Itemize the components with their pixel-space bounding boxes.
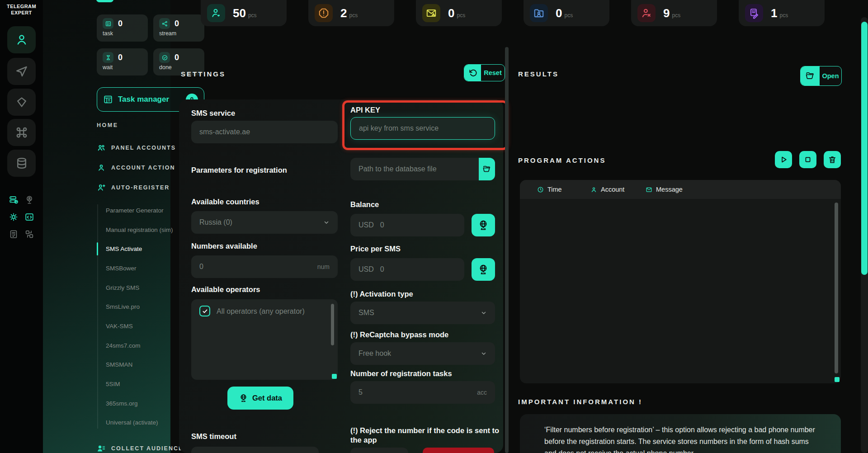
numbers-available-field[interactable]: 0 num — [191, 255, 338, 278]
swap-blocks-icon[interactable] — [24, 229, 35, 240]
column-message[interactable]: Message — [646, 186, 683, 193]
gear-icon[interactable] — [8, 212, 19, 222]
reject-number-label: (!) Reject the number if the code is sen… — [350, 426, 502, 445]
stop-button[interactable] — [799, 151, 816, 168]
operators-option-label: All operators (any operator) — [217, 307, 305, 316]
code-window-icon[interactable] — [24, 212, 35, 222]
reject-number-field[interactable] — [350, 448, 408, 453]
rail-accounts-button[interactable] — [7, 26, 36, 53]
operators-label: Available operators — [191, 285, 260, 294]
rail-send-button[interactable] — [7, 58, 36, 85]
table-resize-grip[interactable] — [835, 377, 840, 382]
api-key-input[interactable] — [350, 117, 495, 140]
folder-open-icon[interactable] — [479, 158, 495, 180]
recaptcha-mode-value: Free hook — [359, 349, 391, 358]
counter-card-spam: 0 pcs — [416, 0, 502, 26]
sms-timeout-label: SMS timeout — [191, 432, 236, 441]
chevron-down-icon — [481, 310, 487, 316]
counter-unit: pcs — [457, 12, 465, 19]
envelope-icon — [646, 186, 652, 193]
column-label: Account — [601, 186, 624, 193]
page-scrollbar-thumb[interactable] — [861, 22, 868, 275]
price-field[interactable]: USD 0 — [350, 258, 464, 281]
countries-value: Russia (0) — [199, 218, 232, 226]
person-icon — [590, 186, 597, 193]
share-icon — [159, 18, 170, 29]
balance-field[interactable]: USD 0 — [350, 214, 464, 236]
folder-person-icon — [530, 4, 548, 22]
app-logo: TELEGRAM EXPERT — [0, 3, 43, 16]
people-icon — [97, 143, 106, 152]
logo-line1: TELEGRAM — [0, 3, 43, 9]
price-refresh-button[interactable] — [472, 258, 495, 281]
sms-service-input[interactable] — [191, 121, 338, 143]
checkbox-checked-icon[interactable] — [199, 306, 210, 316]
settings-scrollbar[interactable] — [505, 47, 509, 453]
counter-value: 2 — [340, 6, 347, 20]
server-check-icon[interactable] — [8, 194, 19, 205]
check-circle-icon — [159, 52, 170, 63]
counter-card-registered: 1 pcs — [739, 0, 825, 26]
document-check-icon[interactable] — [8, 229, 19, 240]
balance-amount: 0 — [380, 221, 384, 229]
sms-timeout-field[interactable] — [191, 447, 319, 453]
reg-tasks-label: Number of registration tasks — [350, 369, 452, 378]
task-stats: 0 task 0 stream 0 wait — [97, 14, 204, 76]
stat-label: wait — [103, 64, 148, 71]
rail-commands-button[interactable] — [7, 119, 36, 146]
counter-unit: pcs — [564, 12, 573, 19]
stat-value: 0 — [175, 19, 179, 28]
chevron-down-icon — [481, 350, 487, 357]
person-heart-icon — [207, 4, 225, 22]
globe-icon — [477, 264, 489, 275]
counter-value: 0 — [556, 6, 562, 20]
results-title: RESULTS — [518, 70, 559, 78]
stat-value: 0 — [175, 53, 179, 62]
recaptcha-mode-select[interactable]: Free hook — [350, 342, 495, 365]
section-home[interactable]: HOME — [97, 122, 118, 128]
database-path-field[interactable]: Path to the database file — [350, 158, 495, 180]
person-x-icon — [637, 4, 656, 22]
play-button[interactable] — [775, 151, 792, 168]
delete-button[interactable] — [824, 151, 841, 168]
clock-icon — [537, 186, 544, 193]
counter-unit: pcs — [349, 12, 358, 19]
counter-unit: pcs — [248, 12, 257, 19]
rail-database-button[interactable] — [7, 150, 36, 177]
column-time[interactable]: Time — [537, 186, 590, 193]
danger-button-clipped[interactable] — [423, 448, 494, 453]
operators-scrollbar[interactable] — [331, 304, 334, 345]
open-results-button[interactable]: Open — [800, 66, 842, 86]
registration-params-label: Parameters for registration — [191, 166, 287, 175]
stat-label: stream — [159, 30, 204, 37]
operators-listbox[interactable]: All operators (any operator) — [191, 299, 338, 380]
column-account[interactable]: Account — [590, 186, 646, 193]
task-manager-icon — [103, 94, 113, 104]
important-info-text: ‘Filter numbers before registration’ – t… — [544, 424, 819, 453]
settings-panel: SMS service API KEY Parameters for regis… — [179, 99, 503, 453]
balance-refresh-button[interactable] — [472, 214, 495, 236]
program-actions-table: Time Account Message — [520, 180, 841, 383]
operators-resize-grip[interactable] — [332, 374, 337, 379]
stat-value: 0 — [118, 19, 123, 28]
important-info-title: IMPORTANT INFORMATION ! — [518, 398, 642, 406]
rail-premium-button[interactable] — [7, 89, 36, 116]
trash-icon — [828, 155, 837, 164]
person-icon — [97, 163, 106, 172]
column-label: Time — [547, 186, 562, 193]
numbers-available-label: Numbers available — [191, 242, 257, 250]
checklist-icon — [103, 18, 113, 29]
counter-card-banned: 9 pcs — [631, 0, 717, 26]
get-data-label: Get data — [252, 394, 282, 402]
person-webcam-icon[interactable] — [24, 194, 35, 205]
get-data-button[interactable]: Get data — [227, 387, 293, 410]
clipped-top-element — [96, 0, 113, 2]
activation-type-select[interactable]: SMS — [350, 302, 495, 324]
stat-value: 0 — [118, 53, 123, 62]
reset-label: Reset — [481, 65, 505, 81]
table-scrollbar[interactable] — [835, 203, 838, 373]
reset-button[interactable]: Reset — [464, 64, 505, 81]
counter-value: 50 — [233, 6, 246, 20]
reg-tasks-field[interactable]: 5 acc — [350, 381, 495, 404]
countries-select[interactable]: Russia (0) — [191, 211, 338, 234]
